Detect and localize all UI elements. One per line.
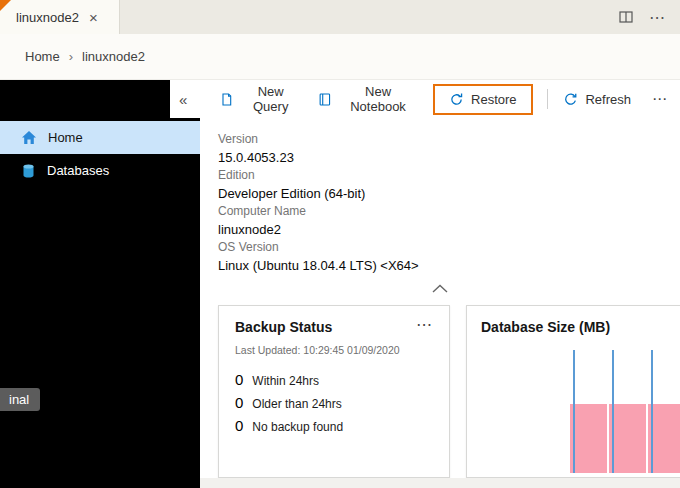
breadcrumb: Home › linuxnode2 xyxy=(0,34,680,80)
backup-last-updated: Last Updated: 10:29:45 01/09/2020 xyxy=(235,344,433,356)
property-value: 15.0.4053.23 xyxy=(218,148,680,167)
tab-linuxnode2[interactable]: linuxnode2 × xyxy=(0,0,120,34)
property-value: linuxnode2 xyxy=(218,220,680,239)
backup-stat-row: 0 Within 24hrs xyxy=(235,372,433,389)
restore-button[interactable]: Restore xyxy=(440,88,526,111)
database-icon xyxy=(21,163,36,179)
widget-row: Backup Status ⋯ Last Updated: 10:29:45 0… xyxy=(200,305,680,478)
property-value: Developer Edition (64-bit) xyxy=(218,184,680,203)
card-title: Database Size (MB) xyxy=(481,318,610,336)
refresh-label: Refresh xyxy=(585,92,631,107)
nav-item-label: Databases xyxy=(47,163,109,178)
chart-bar xyxy=(570,404,607,473)
dashboard-content: Version 15.0.4053.23 Edition Developer E… xyxy=(200,118,680,488)
property-label: Edition xyxy=(218,167,680,184)
chart-gridline xyxy=(573,350,575,473)
property-label: OS Version xyxy=(218,239,680,256)
refresh-button[interactable]: Refresh xyxy=(554,88,640,111)
app-window: linuxnode2 × ⋯ Home › linuxnode2 Home Da… xyxy=(0,0,680,488)
card-title: Backup Status xyxy=(235,318,332,336)
breadcrumb-separator-icon: › xyxy=(69,49,73,64)
new-query-icon xyxy=(220,92,234,107)
stat-count: 0 xyxy=(235,372,243,387)
collapse-properties-button[interactable] xyxy=(200,279,680,293)
nav-item-home[interactable]: Home xyxy=(0,121,200,154)
stat-label: Within 24hrs xyxy=(252,374,319,389)
breadcrumb-home[interactable]: Home xyxy=(25,49,60,64)
restore-icon xyxy=(449,92,464,107)
tab-close-icon[interactable]: × xyxy=(89,10,98,25)
tab-bar: linuxnode2 × ⋯ xyxy=(0,0,680,34)
dashboard-nav: Home Databases xyxy=(0,80,200,488)
dashboard: Home Databases inal « New Query New Note… xyxy=(0,80,680,488)
stat-label: No backup found xyxy=(252,420,343,435)
chart-bar xyxy=(609,404,646,473)
chevron-up-icon xyxy=(432,284,448,293)
editor-more-actions-icon[interactable]: ⋯ xyxy=(649,8,666,27)
backup-stat-row: 0 No backup found xyxy=(235,418,433,435)
breadcrumb-current[interactable]: linuxnode2 xyxy=(82,49,145,64)
new-notebook-icon xyxy=(318,92,332,107)
refresh-icon xyxy=(563,92,578,107)
restore-highlight-annotation: Restore xyxy=(433,84,533,115)
backup-stats: 0 Within 24hrs 0 Older than 24hrs 0 No b… xyxy=(235,372,433,435)
backup-status-card: Backup Status ⋯ Last Updated: 10:29:45 0… xyxy=(218,305,450,478)
backup-stat-row: 0 Older than 24hrs xyxy=(235,395,433,412)
split-editor-icon[interactable] xyxy=(619,10,633,24)
nav-item-label: Home xyxy=(48,130,83,145)
database-size-card: Database Size (MB) xyxy=(466,305,680,478)
property-value: Linux (Ubuntu 18.04.4 LTS) <X64> xyxy=(218,256,680,275)
collapse-nav-button[interactable]: « xyxy=(179,91,187,108)
db-size-chart xyxy=(481,350,680,473)
window-focus-accent xyxy=(0,0,11,11)
property-label: Computer Name xyxy=(218,203,680,220)
restore-label: Restore xyxy=(471,92,517,107)
new-query-label: New Query xyxy=(241,84,300,114)
content-bottom-strip xyxy=(200,478,680,488)
property-label: Version xyxy=(218,131,680,148)
home-icon xyxy=(21,130,37,145)
toolbar-more-button[interactable]: ⋯ xyxy=(640,86,680,112)
new-notebook-label: New Notebook xyxy=(339,84,417,114)
chart-gridline xyxy=(651,350,653,473)
stat-label: Older than 24hrs xyxy=(252,397,341,412)
stat-count: 0 xyxy=(235,395,243,410)
new-query-button[interactable]: New Query xyxy=(211,80,309,118)
server-properties: Version 15.0.4053.23 Edition Developer E… xyxy=(200,118,680,275)
backup-card-menu-icon[interactable]: ⋯ xyxy=(416,318,433,332)
editor-actions: ⋯ xyxy=(619,0,680,34)
tab-title: linuxnode2 xyxy=(16,10,79,25)
stat-count: 0 xyxy=(235,418,243,433)
new-notebook-button[interactable]: New Notebook xyxy=(309,80,426,118)
chart-gridline xyxy=(612,350,614,473)
toolbar-separator xyxy=(547,89,548,109)
terminal-tooltip-badge: inal xyxy=(0,388,40,411)
dashboard-toolbar: « New Query New Notebook Restore Refresh xyxy=(170,80,680,118)
nav-item-databases[interactable]: Databases xyxy=(0,154,200,187)
